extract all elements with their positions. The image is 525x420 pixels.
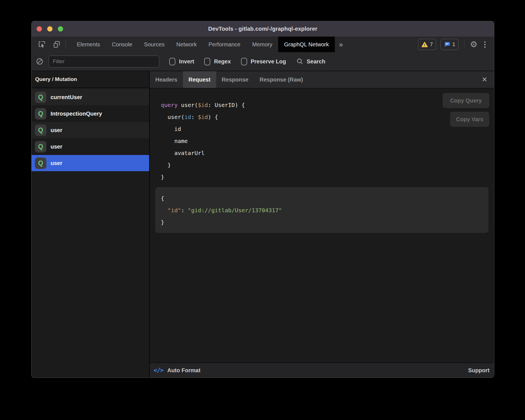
device-toolbar-icon[interactable]: [52, 40, 61, 49]
devtools-tab-console[interactable]: Console: [106, 37, 138, 52]
code-line: {: [161, 192, 483, 204]
preserve-log-label: Preserve Log: [251, 58, 286, 65]
window-controls: [37, 21, 63, 37]
message-bubble-icon: [444, 42, 450, 47]
toolbar-separator: [464, 40, 464, 48]
close-detail-icon[interactable]: ✕: [479, 75, 490, 84]
query-list-item-user-4[interactable]: Quser: [32, 155, 149, 171]
regex-label: Regex: [214, 58, 231, 65]
devtools-tab-elements[interactable]: Elements: [71, 37, 106, 52]
devtools-window: DevTools - gitlab.com/-/graphql-explorer: [31, 21, 494, 378]
search-control[interactable]: Search: [297, 58, 325, 65]
window-title: DevTools - gitlab.com/-/graphql-explorer: [208, 26, 317, 32]
preserve-log-checkbox-group[interactable]: Preserve Log: [241, 58, 286, 65]
query-type-badge: Q: [35, 125, 46, 136]
auto-format-label[interactable]: Auto Format: [167, 367, 201, 374]
query-list-header: Query / Mutation: [32, 71, 149, 88]
query-name: user: [51, 144, 62, 150]
devtools-tab-performance[interactable]: Performance: [203, 37, 247, 52]
minimize-window-button[interactable]: [47, 26, 52, 32]
code-format-icon[interactable]: </>: [154, 367, 163, 374]
toolbar-left-icons: [32, 37, 61, 52]
query-list-item-user-2[interactable]: Quser: [32, 122, 149, 138]
search-icon: [297, 58, 303, 65]
regex-checkbox[interactable]: [204, 58, 210, 65]
detail-footer: </> Auto Format Support: [150, 362, 494, 378]
zoom-window-button[interactable]: [58, 26, 63, 32]
devtools-tab-network[interactable]: Network: [170, 37, 202, 52]
invert-checkbox-group[interactable]: Invert: [169, 58, 194, 65]
toolbar-separator: [66, 40, 66, 48]
query-type-badge: Q: [35, 108, 46, 120]
code-line: }: [161, 159, 494, 171]
settings-gear-icon[interactable]: ⚙: [470, 40, 478, 49]
filter-input[interactable]: [49, 56, 159, 68]
query-list-item-currentuser-0[interactable]: QcurrentUser: [32, 89, 149, 105]
window-titlebar: DevTools - gitlab.com/-/graphql-explorer: [32, 21, 494, 37]
inspect-element-icon[interactable]: [38, 40, 46, 49]
messages-badge[interactable]: 1: [441, 39, 459, 50]
filter-bar: Invert Regex Preserve Log Search: [32, 52, 494, 71]
query-name: currentUser: [51, 94, 82, 101]
query-type-badge: Q: [35, 157, 46, 169]
devtools-tabs: ElementsConsoleSourcesNetworkPerformance…: [71, 37, 335, 52]
detail-tabs-bar: HeadersRequestResponseResponse (Raw) ✕: [150, 71, 494, 89]
close-window-button[interactable]: [37, 26, 42, 32]
graphql-variables-block: { "id": "gid://gitlab/User/13704317"}: [155, 187, 488, 233]
detail-panel: HeadersRequestResponseResponse (Raw) ✕ C…: [150, 71, 494, 378]
copy-query-button[interactable]: Copy Query: [443, 93, 489, 108]
copy-vars-button[interactable]: Copy Vars: [450, 112, 489, 127]
query-type-badge: Q: [35, 92, 46, 103]
toolbar-right-icons: 7 1 ⚙: [418, 37, 494, 52]
query-name: IntrospectionQuery: [51, 111, 102, 117]
code-line: "id": "gid://gitlab/User/13704317": [161, 204, 483, 216]
query-name: user: [51, 127, 62, 133]
query-list-panel: Query / Mutation QcurrentUserQIntrospect…: [32, 71, 150, 378]
query-list-item-introspectionquery-1[interactable]: QIntrospectionQuery: [32, 106, 149, 122]
more-tabs-chevron-icon[interactable]: »: [335, 37, 347, 52]
devtools-tab-sources[interactable]: Sources: [138, 37, 170, 52]
detail-tab-request[interactable]: Request: [183, 71, 216, 88]
code-line: }: [161, 216, 483, 228]
request-tab-content: Copy Query Copy Vars query user($id: Use…: [150, 89, 494, 362]
query-list: QcurrentUserQIntrospectionQueryQuserQuse…: [32, 88, 149, 171]
query-type-badge: Q: [35, 141, 46, 152]
query-name: user: [51, 160, 62, 166]
warning-triangle-icon: [421, 42, 428, 47]
copy-buttons: Copy Query Copy Vars: [443, 93, 489, 127]
detail-tab-response-raw[interactable]: Response (Raw): [254, 71, 309, 88]
clear-filter-icon[interactable]: [35, 58, 44, 66]
code-line: avatarUrl: [161, 147, 494, 159]
screen-background: DevTools - gitlab.com/-/graphql-explorer: [0, 0, 525, 420]
warnings-badge[interactable]: 7: [418, 39, 436, 50]
messages-count: 1: [452, 42, 455, 47]
regex-checkbox-group[interactable]: Regex: [204, 58, 231, 65]
devtools-toolbar: ElementsConsoleSourcesNetworkPerformance…: [32, 37, 494, 52]
code-line: name: [161, 135, 494, 147]
customize-menu-icon[interactable]: [482, 40, 488, 49]
invert-checkbox[interactable]: [169, 58, 175, 65]
detail-tab-headers[interactable]: Headers: [150, 71, 183, 88]
detail-tab-response[interactable]: Response: [216, 71, 254, 88]
preserve-log-checkbox[interactable]: [241, 58, 247, 65]
support-link[interactable]: Support: [468, 367, 490, 374]
invert-label: Invert: [179, 58, 194, 65]
query-list-item-user-3[interactable]: Quser: [32, 139, 149, 155]
devtools-tab-memory[interactable]: Memory: [246, 37, 278, 52]
search-label: Search: [307, 58, 325, 65]
code-line: }: [161, 171, 494, 183]
devtools-tab-graphql-network[interactable]: GraphQL Network: [278, 37, 335, 52]
warnings-count: 7: [430, 42, 433, 47]
main-area: Query / Mutation QcurrentUserQIntrospect…: [32, 71, 494, 378]
